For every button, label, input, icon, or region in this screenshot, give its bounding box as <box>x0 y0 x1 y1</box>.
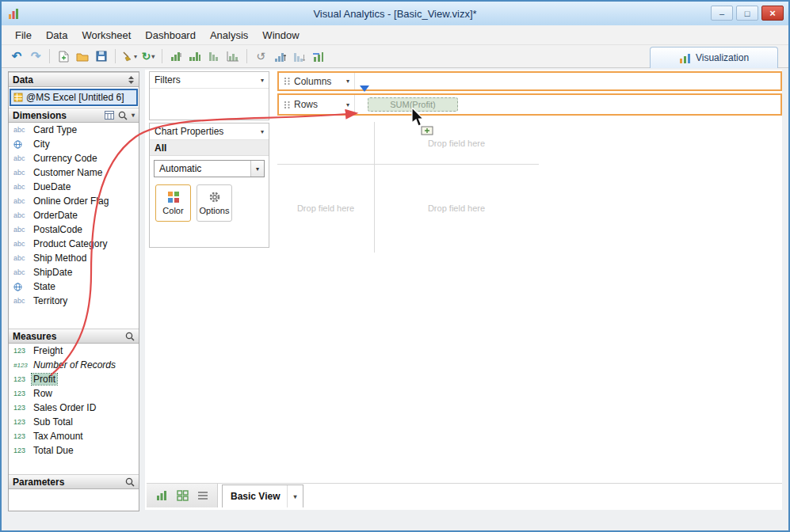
search-icon[interactable] <box>118 111 128 120</box>
maximize-button[interactable]: □ <box>736 6 758 21</box>
chevron-down-icon[interactable]: ▾ <box>134 53 137 60</box>
sort-ascending-button[interactable] <box>271 48 288 65</box>
rows-shelf-label: Rows <box>294 99 318 110</box>
drop-hint: Drop field here <box>428 203 485 213</box>
rows-shelf-chip[interactable]: Rows ▾ <box>279 95 355 114</box>
dimension-item[interactable]: abcPostalCode <box>9 222 139 237</box>
chart-descending-button[interactable] <box>205 48 223 65</box>
menu-data[interactable]: Data <box>39 26 74 44</box>
data-source-item[interactable]: @MS Excel [Untitled 6] <box>10 89 138 106</box>
text-field-icon: abc <box>13 169 32 177</box>
chart-add-row-button[interactable] <box>167 48 185 65</box>
menu-file[interactable]: File <box>8 26 39 44</box>
view-canvas[interactable]: Drop field here Drop field here Drop fie… <box>277 122 539 253</box>
rows-shelf[interactable]: Rows ▾ SUM(Profit) <box>277 93 782 116</box>
new-sheet-button[interactable] <box>55 48 72 65</box>
mark-type-value: Automatic <box>159 163 201 174</box>
save-button[interactable] <box>93 48 110 65</box>
chevron-down-icon[interactable]: ▾ <box>132 112 135 119</box>
clear-sheet-button[interactable]: ▾ <box>120 48 138 65</box>
dimension-label: Customer Name <box>32 167 104 178</box>
chevron-down-icon[interactable]: ▾ <box>151 53 155 60</box>
parameters-title: Parameters <box>13 477 64 488</box>
parameters-list <box>9 489 139 511</box>
measure-item[interactable]: 123Profit <box>9 372 139 386</box>
app-window: Visual Analytics - [Basic_View.vizx]* – … <box>0 0 790 532</box>
columns-shelf[interactable]: Columns ▾ <box>277 71 782 91</box>
menu-worksheet[interactable]: Worksheet <box>74 26 138 44</box>
color-button-label: Color <box>162 206 183 215</box>
options-button[interactable]: Options <box>197 184 232 222</box>
chevron-down-icon[interactable]: ▾ <box>287 485 302 507</box>
app-logo-icon <box>8 8 21 20</box>
scope-label: All <box>155 142 166 154</box>
dimension-label: Ship Method <box>32 253 88 264</box>
table-view-icon[interactable] <box>105 111 114 120</box>
drop-hint: Drop field here <box>428 139 485 148</box>
show-labels-button[interactable] <box>309 48 326 65</box>
chart-axis-button[interactable] <box>224 48 242 65</box>
dimension-item[interactable]: abcTerritory <box>9 294 139 308</box>
visualization-chart-icon <box>679 53 691 63</box>
minimize-button[interactable]: – <box>711 6 733 21</box>
filters-card-header[interactable]: Filters ▾ <box>150 72 269 89</box>
dimension-item[interactable]: State <box>9 279 139 294</box>
menu-window[interactable]: Window <box>255 26 306 44</box>
sort-descending-button[interactable] <box>290 48 307 65</box>
chevron-down-icon[interactable]: ▾ <box>261 77 264 84</box>
measure-item[interactable]: 123Sub Total <box>9 415 139 429</box>
chevron-down-icon[interactable]: ▾ <box>261 128 264 135</box>
menu-dashboard[interactable]: Dashboard <box>138 26 203 44</box>
tab-basic-view[interactable]: Basic View ▾ <box>222 484 303 507</box>
measure-item[interactable]: 123Freight <box>9 344 139 358</box>
search-icon[interactable] <box>125 477 135 487</box>
number-field-icon: #123 <box>13 362 32 369</box>
dimension-item[interactable]: abcShipDate <box>9 265 139 279</box>
dimension-item[interactable]: abcShip Method <box>9 251 139 265</box>
close-button[interactable]: × <box>761 6 784 21</box>
chevron-down-icon[interactable]: ▾ <box>346 101 349 108</box>
menu-analysis[interactable]: Analysis <box>203 26 255 44</box>
chevron-down-icon[interactable]: ▾ <box>346 78 349 85</box>
swap-axes-button[interactable]: ↺ <box>252 48 269 65</box>
undo-button[interactable]: ↶ <box>8 48 25 65</box>
dimension-item[interactable]: abcProduct Category <box>9 237 139 251</box>
mark-type-select[interactable]: Automatic ▾ <box>154 160 265 177</box>
measure-item[interactable]: 123Sales Order ID <box>9 401 139 415</box>
new-worksheet-icon[interactable] <box>155 490 168 501</box>
dimension-item[interactable]: abcCustomer Name <box>9 165 139 180</box>
columns-shelf-chip[interactable]: Columns ▾ <box>279 73 355 89</box>
dimension-item[interactable]: abcCard Type <box>9 123 139 137</box>
new-dashboard-icon[interactable] <box>177 490 189 501</box>
color-button[interactable]: Color <box>155 184 191 222</box>
number-field-icon: 123 <box>13 390 32 397</box>
tab-visualization[interactable]: Visualization <box>650 47 778 68</box>
refresh-button[interactable]: ↻ ▾ <box>139 48 157 65</box>
measure-label: Tax Amount <box>32 431 85 442</box>
chevron-down-icon[interactable]: ▾ <box>250 161 264 177</box>
chart-properties-header[interactable]: Chart Properties ▾ <box>150 124 269 140</box>
measure-label: Number of Records <box>32 359 117 370</box>
dimension-item[interactable]: abcDueDate <box>9 180 139 194</box>
dimension-item[interactable]: abcOnline Order Flag <box>9 194 139 208</box>
chart-grid-button[interactable] <box>186 48 204 65</box>
open-button[interactable] <box>74 48 91 65</box>
number-field-icon: 123 <box>13 446 32 454</box>
dimension-item[interactable]: City <box>9 137 139 151</box>
redo-button[interactable]: ↷ <box>27 48 44 65</box>
sheet-list-icon[interactable] <box>197 491 208 500</box>
dimension-item[interactable]: abcCurrency Code <box>9 151 139 165</box>
measures-title: Measures <box>13 331 56 342</box>
measure-item[interactable]: 123Tax Amount <box>9 429 139 443</box>
measure-item[interactable]: 123Total Due <box>9 443 139 458</box>
dimension-item[interactable]: abcOrderDate <box>9 208 139 222</box>
measure-item[interactable]: #123Number of Records <box>9 358 139 372</box>
search-icon[interactable] <box>125 332 135 341</box>
text-field-icon: abc <box>13 126 32 134</box>
measure-item[interactable]: 123Row <box>9 386 139 401</box>
window-title: Visual Analytics - [Basic_View.vizx]* <box>2 8 788 20</box>
dimension-label: DueDate <box>32 181 72 192</box>
sort-updown-icon[interactable] <box>128 75 135 85</box>
dimensions-header: Dimensions ▾ <box>9 108 139 123</box>
field-pill-sum-profit[interactable]: SUM(Profit) <box>368 97 458 112</box>
